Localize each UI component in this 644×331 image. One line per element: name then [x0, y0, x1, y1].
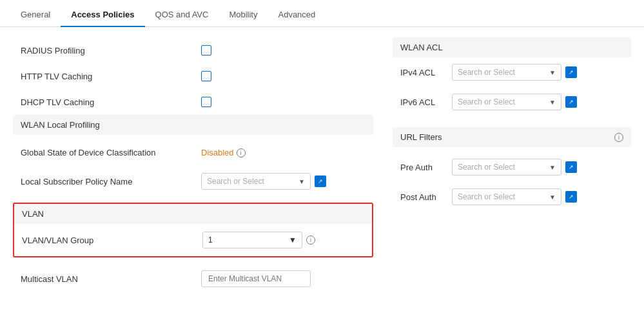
vlan-group-dropdown[interactable]: 1 ▼: [202, 232, 302, 248]
post-auth-ext-link-icon[interactable]: ↗: [565, 191, 577, 203]
ipv4-acl-chevron-icon: ▼: [549, 69, 556, 76]
ipv4-acl-ext-link-icon[interactable]: ↗: [565, 66, 577, 78]
pre-auth-placeholder: Search or Select: [458, 163, 515, 172]
radius-profiling-control: [201, 45, 211, 55]
ipv4-acl-dropdown[interactable]: Search or Select ▼: [452, 64, 561, 81]
url-filters-section: URL Filters i Pre Auth Search or Select …: [393, 127, 631, 212]
ipv4-acl-row: IPv4 ACL Search or Select ▼ ↗: [393, 57, 631, 87]
ipv6-acl-ext-link-icon[interactable]: ↗: [565, 96, 577, 108]
radius-profiling-checkbox[interactable]: [201, 45, 211, 55]
pre-auth-label: Pre Auth: [400, 163, 452, 172]
local-subscriber-row: Local Subscriber Policy Name Search or S…: [13, 165, 373, 197]
url-filters-header: URL Filters i: [393, 127, 631, 147]
ipv6-acl-row: IPv6 ACL Search or Select ▼ ↗: [393, 87, 631, 117]
local-subscriber-ext-link-icon[interactable]: ↗: [315, 176, 326, 187]
multicast-vlan-control: [201, 270, 311, 287]
tab-mobility[interactable]: Mobility: [219, 3, 268, 27]
url-filters-info-icon[interactable]: i: [614, 133, 623, 142]
local-subscriber-placeholder: Search or Select: [207, 177, 264, 186]
wlan-acl-section: WLAN ACL IPv4 ACL Search or Select ▼ ↗ I…: [393, 37, 631, 117]
global-state-control: Disabled i: [201, 148, 246, 157]
global-state-info-icon[interactable]: i: [237, 148, 246, 157]
post-auth-control: Search or Select ▼ ↗: [452, 188, 577, 205]
global-state-value: Disabled i: [201, 148, 246, 157]
vlan-group-row: VLAN/VLAN Group 1 ▼ i: [14, 224, 372, 256]
main-content: RADIUS Profiling HTTP TLV Caching DHCP T…: [0, 27, 644, 305]
radius-profiling-label: RADIUS Profiling: [21, 46, 201, 55]
ipv4-acl-label: IPv4 ACL: [400, 68, 452, 77]
http-tlv-row: HTTP TLV Caching: [13, 63, 373, 89]
tab-qos-avc[interactable]: QOS and AVC: [145, 3, 219, 27]
http-tlv-control: [201, 71, 211, 81]
post-auth-label: Post Auth: [400, 192, 452, 202]
vlan-group-label: VLAN/VLAN Group: [22, 236, 202, 245]
vlan-header: VLAN: [14, 204, 372, 224]
ipv6-acl-chevron-icon: ▼: [549, 99, 556, 106]
pre-auth-ext-link-icon[interactable]: ↗: [565, 161, 577, 173]
tab-general[interactable]: General: [10, 3, 61, 27]
pre-auth-row: Pre Auth Search or Select ▼ ↗: [393, 152, 631, 182]
wlan-acl-header: WLAN ACL: [393, 37, 631, 57]
post-auth-row: Post Auth Search or Select ▼ ↗: [393, 182, 631, 212]
local-subscriber-dropdown[interactable]: Search or Select ▼: [201, 173, 311, 190]
ipv6-acl-label: IPv6 ACL: [400, 97, 452, 107]
dhcp-tlv-row: DHCP TLV Caching: [13, 89, 373, 115]
right-panel: WLAN ACL IPv4 ACL Search or Select ▼ ↗ I…: [393, 37, 631, 295]
wlan-local-profiling-header: WLAN Local Profiling: [13, 115, 373, 135]
local-subscriber-chevron-icon: ▼: [298, 178, 305, 185]
pre-auth-chevron-icon: ▼: [549, 164, 556, 171]
post-auth-placeholder: Search or Select: [458, 192, 515, 201]
post-auth-dropdown[interactable]: Search or Select ▼: [452, 188, 561, 205]
dhcp-tlv-checkbox[interactable]: [201, 97, 211, 107]
multicast-vlan-row: Multicast VLAN: [13, 263, 373, 295]
global-state-row: Global State of Device Classification Di…: [13, 140, 373, 165]
post-auth-chevron-icon: ▼: [549, 194, 556, 201]
http-tlv-checkbox[interactable]: [201, 71, 211, 81]
pre-auth-dropdown[interactable]: Search or Select ▼: [452, 159, 561, 176]
ipv6-acl-dropdown[interactable]: Search or Select ▼: [452, 94, 561, 110]
left-panel: RADIUS Profiling HTTP TLV Caching DHCP T…: [13, 37, 373, 295]
vlan-group-value: 1: [208, 236, 213, 245]
pre-auth-control: Search or Select ▼ ↗: [452, 159, 577, 176]
tab-access-policies[interactable]: Access Policies: [61, 3, 144, 27]
vlan-section: VLAN VLAN/VLAN Group 1 ▼ i: [13, 203, 373, 257]
ipv6-acl-placeholder: Search or Select: [458, 97, 515, 106]
ipv4-acl-control: Search or Select ▼ ↗: [452, 64, 577, 81]
ipv6-acl-control: Search or Select ▼ ↗: [452, 94, 577, 110]
ipv4-acl-placeholder: Search or Select: [458, 68, 515, 77]
multicast-vlan-label: Multicast VLAN: [21, 274, 201, 284]
http-tlv-label: HTTP TLV Caching: [21, 72, 201, 81]
vlan-group-chevron-icon: ▼: [289, 236, 297, 245]
local-subscriber-label: Local Subscriber Policy Name: [21, 177, 201, 186]
global-state-label: Global State of Device Classification: [21, 148, 201, 157]
tab-bar: General Access Policies QOS and AVC Mobi…: [0, 0, 644, 27]
dhcp-tlv-label: DHCP TLV Caching: [21, 97, 201, 107]
multicast-vlan-input[interactable]: [201, 270, 311, 287]
tab-advanced[interactable]: Advanced: [268, 3, 326, 27]
radius-profiling-row: RADIUS Profiling: [13, 37, 373, 63]
vlan-group-control: 1 ▼ i: [202, 232, 315, 248]
dhcp-tlv-control: [201, 97, 211, 107]
local-subscriber-control: Search or Select ▼ ↗: [201, 173, 326, 190]
vlan-group-info-icon[interactable]: i: [306, 236, 315, 245]
